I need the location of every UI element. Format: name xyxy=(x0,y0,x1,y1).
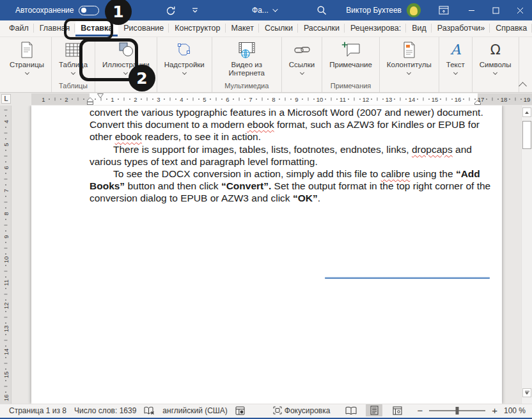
ruler-number: 3 xyxy=(157,96,160,103)
hanging-indent-marker[interactable] xyxy=(87,97,93,105)
group-label-comments: Примечания xyxy=(331,81,372,92)
tab-draw[interactable]: Рисование xyxy=(118,20,169,36)
comment-button[interactable]: Примечание xyxy=(324,38,377,81)
vertical-scrollbar[interactable] xyxy=(521,106,532,404)
ruler-tick xyxy=(5,115,6,116)
document-text[interactable]: convert the various typographic features… xyxy=(90,106,494,205)
horizontal-ruler-row: L 2112345678910111213141516171819 xyxy=(0,93,532,106)
ruler-tick xyxy=(4,225,7,226)
print-layout-button[interactable] xyxy=(366,404,382,416)
ribbon-groups: СтраницыТаблицаТаблицыИллюстрацииНадстро… xyxy=(3,37,519,92)
maximize-button[interactable] xyxy=(483,0,508,20)
ribbon-group-links: Ссылки xyxy=(282,37,323,92)
word-count[interactable]: Число слов: 1639 xyxy=(70,404,140,416)
redo-icon[interactable] xyxy=(163,3,178,18)
focus-mode-button[interactable]: Фокусировка xyxy=(269,406,334,415)
web-layout-button[interactable] xyxy=(389,404,405,416)
save-icon[interactable] xyxy=(113,3,129,18)
ruler-tick xyxy=(285,98,286,101)
text-run: using the xyxy=(410,168,456,179)
minimize-button[interactable] xyxy=(459,0,483,20)
macro-record-icon[interactable] xyxy=(231,404,249,416)
ruler-number: 9 xyxy=(295,96,298,103)
document-page[interactable]: convert the various typographic features… xyxy=(31,106,502,404)
ribbon-button-label: Текст xyxy=(446,61,465,69)
tab-view[interactable]: Вид xyxy=(407,20,432,36)
page-indicator[interactable]: Страница 1 из 8 xyxy=(5,404,70,416)
proofing-status-icon[interactable] xyxy=(140,404,159,416)
illustrations-button[interactable]: Иллюстрации xyxy=(97,38,155,81)
scroll-up-arrow-icon[interactable] xyxy=(522,107,531,117)
ruler-tick xyxy=(5,322,6,324)
header-footer-button[interactable]: Колонтитулы xyxy=(382,38,437,81)
tab-design[interactable]: Конструктор xyxy=(169,20,226,36)
document-title[interactable]: Фа... xyxy=(252,0,276,20)
chevron-down-icon xyxy=(493,70,497,75)
document-paragraph[interactable]: convert the various typographic features… xyxy=(90,106,494,143)
ruler-number: 1 xyxy=(42,96,45,103)
zoom-out-button[interactable]: − xyxy=(416,405,424,416)
ruler-tick xyxy=(371,99,372,100)
tab-mailings[interactable]: Рассылки xyxy=(299,20,345,36)
misspelled-word: ebook xyxy=(247,119,274,130)
zoom-in-button[interactable]: + xyxy=(490,405,499,416)
tab-stop-selector[interactable]: L xyxy=(1,94,11,104)
ruler-tick xyxy=(5,127,6,128)
horizontal-ruler[interactable]: 2112345678910111213141516171819 xyxy=(31,93,532,105)
chevron-down-icon xyxy=(24,70,29,75)
zoom-slider-thumb[interactable] xyxy=(456,407,459,415)
autosave-toggle[interactable] xyxy=(79,6,99,15)
avatar[interactable] xyxy=(407,3,421,17)
tab-review[interactable]: Рецензирова: xyxy=(345,20,407,36)
ruler-tick xyxy=(5,242,6,243)
tab-home[interactable]: Главная xyxy=(35,20,76,36)
pages-button[interactable]: Страницы xyxy=(4,38,49,81)
user-name[interactable]: Виктор Бухтеев xyxy=(346,6,402,15)
add-ins-button[interactable]: Надстройки xyxy=(159,38,210,81)
zoom-slider[interactable] xyxy=(429,410,485,411)
tab-developer[interactable]: Разработчи» xyxy=(432,20,490,36)
ribbon-button-label: Страницы xyxy=(10,61,44,69)
table-button[interactable]: Таблица xyxy=(54,38,93,81)
read-mode-button[interactable] xyxy=(343,404,359,416)
close-button[interactable] xyxy=(508,0,532,20)
ruler-tick xyxy=(187,99,188,100)
tab-insert[interactable]: Вставка xyxy=(75,20,118,36)
ruler-tick xyxy=(5,219,6,220)
zoom-level[interactable]: 100 % xyxy=(504,406,526,415)
tab-references[interactable]: Ссылки xyxy=(260,20,299,36)
ruler-tick xyxy=(417,99,418,100)
ruler-tick xyxy=(49,99,50,100)
vertical-ruler[interactable]: 45678910111213141516 xyxy=(0,106,12,404)
qat-customize-icon[interactable] xyxy=(187,3,203,18)
search-icon[interactable] xyxy=(314,3,329,18)
ruler-number: 15 xyxy=(2,372,9,379)
chevron-down-icon xyxy=(182,70,187,75)
tab-file[interactable]: Файл xyxy=(4,20,35,36)
ribbon-display-options-icon[interactable] xyxy=(436,3,451,18)
ribbon-button-label: Таблица xyxy=(59,61,88,69)
online-video-button[interactable]: Видео из Интернета xyxy=(214,38,279,81)
ribbon-tab-row: ФайлГлавнаяВставкаРисованиеКонструкторМа… xyxy=(0,20,532,37)
symbols-button[interactable]: ΩСимволы xyxy=(474,38,517,81)
misspelled-word: dropcaps xyxy=(412,144,453,155)
tab-layout[interactable]: Макет xyxy=(226,20,260,36)
collapse-ribbon-icon[interactable] xyxy=(519,82,527,90)
document-paragraph[interactable]: There is support for images, tables, lis… xyxy=(90,143,494,168)
scrollbar-thumb[interactable] xyxy=(522,121,531,149)
next-page-button[interactable] xyxy=(522,388,531,397)
ribbon-button-label: Ссылки xyxy=(289,61,315,69)
ruler-tick xyxy=(4,179,7,180)
language-indicator[interactable]: английский (США) xyxy=(159,404,231,416)
ruler-number: 7 xyxy=(2,189,9,192)
word-window: Автосохранение Фа... Виктор Бухтеев xyxy=(0,0,532,419)
links-button[interactable]: Ссылки xyxy=(284,38,320,81)
tab-help[interactable]: Справка xyxy=(490,20,532,36)
document-paragraph[interactable]: To see the DOCX conversion in action, si… xyxy=(90,168,494,205)
ribbon-button-label: Надстройки xyxy=(164,61,205,69)
ribbon-button-label: Видео из Интернета xyxy=(219,61,274,77)
ruler-tick xyxy=(4,317,7,318)
text-button[interactable]: AТекст xyxy=(441,38,470,81)
text-icon: A xyxy=(450,40,460,59)
ruler-tick xyxy=(216,98,217,101)
